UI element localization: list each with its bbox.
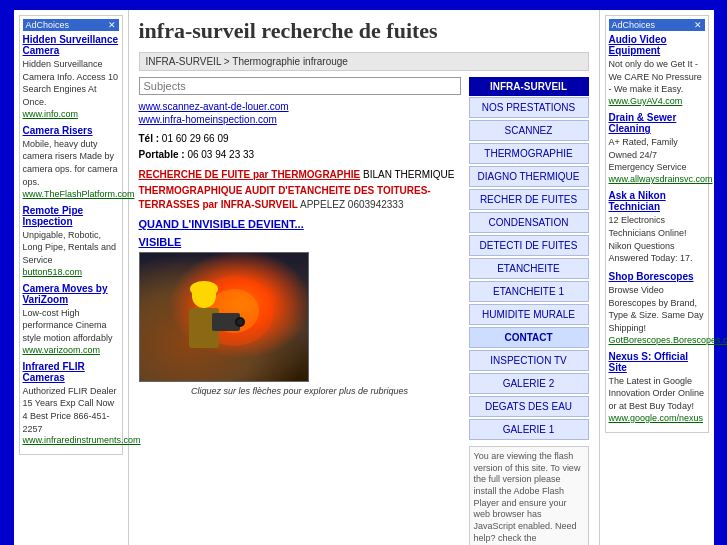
nav-item-etancheite-1[interactable]: ETANCHEITE 1: [469, 281, 589, 302]
portable-label: Portable :: [139, 149, 185, 160]
right-ad-text-0: Not only do we Get It - We CARE No Press…: [609, 59, 702, 94]
left-ad-text-3: Low-cost High performance Cinema style m…: [23, 308, 113, 343]
nav-item-scannez[interactable]: SCANNEZ: [469, 120, 589, 141]
left-ad-link-2[interactable]: button518.com: [23, 267, 119, 277]
left-ad-text-2: Unpigable, Robotic, Long Pipe, Rentals a…: [23, 230, 117, 265]
right-ad-link-3[interactable]: GotBorescopes.Borescopes.com: [609, 335, 705, 345]
left-ad-title-3[interactable]: Camera Moves by VariZoom: [23, 283, 119, 305]
thermo-desc: THERMOGRAPHIQUE AUDIT D'ETANCHEITE DES T…: [139, 184, 461, 212]
flash-notice: You are viewing the flash version of thi…: [469, 446, 589, 545]
nav-item-nos-prestations[interactable]: NOS PRESTATIONS: [469, 97, 589, 118]
left-ad-text-1: Mobile, heavy duty camera risers Made by…: [23, 139, 118, 187]
nav-item-etancheite[interactable]: ETANCHEITE: [469, 258, 589, 279]
left-ad-link-4[interactable]: www.infraredinstruments.com: [23, 435, 119, 445]
left-ad-item-0: Hidden Surveillance Camera Hidden Survei…: [23, 34, 119, 119]
left-ad-title-1[interactable]: Camera Risers: [23, 125, 119, 136]
right-ad-box: AdChoices ✕ Audio Video Equipment Not on…: [605, 15, 709, 433]
right-ad-text-4: The Latest in Google Innovation Order On…: [609, 376, 705, 411]
visible-text-line1: QUAND L'INVISIBLE DEVIENT...: [139, 218, 461, 230]
right-ad-link-4[interactable]: www.google.com/nexus: [609, 413, 705, 423]
left-ad-item-3: Camera Moves by VariZoom Low-cost High p…: [23, 283, 119, 355]
thermo-links: RECHERCHE DE FUITE par THERMOGRAPHIE BIL…: [139, 169, 461, 180]
content-area: www.scannez-avant-de-louer.com www.infra…: [139, 77, 589, 545]
left-ad-title-2[interactable]: Remote Pipe Inspection: [23, 205, 119, 227]
nav-item-detecti-de-fuites[interactable]: DETECTI DE FUITES: [469, 235, 589, 256]
left-ad-link-0[interactable]: www.info.com: [23, 109, 119, 119]
nav-item-degats-des-eau[interactable]: DEGATS DES EAU: [469, 396, 589, 417]
flash-image-svg: [154, 261, 294, 381]
right-nav: INFRA-SURVEIL NOS PRESTATIONSSCANNEZTHER…: [469, 77, 589, 545]
right-ad-title-0[interactable]: Audio Video Equipment: [609, 34, 705, 56]
visible-text-line2: VISIBLE: [139, 236, 461, 248]
left-ad-link-1[interactable]: www.TheFlashPlatform.com: [23, 189, 119, 199]
right-ad-choices-label: AdChoices: [612, 20, 656, 30]
page-title: infra-surveil recherche de fuites: [139, 18, 589, 44]
right-ad-text-2: 12 Electronics Technicians Online! Nikon…: [609, 215, 693, 263]
link-2[interactable]: www.infra-homeinspection.com: [139, 114, 461, 125]
left-ad-text-4: Authorized FLIR Dealer 15 Years Exp Call…: [23, 386, 117, 434]
tel-label: Tél :: [139, 133, 160, 144]
flash-image-inner: [140, 253, 308, 381]
svg-point-7: [237, 319, 243, 325]
nav-items-container: NOS PRESTATIONSSCANNEZTHERMOGRAPHIEDIAGN…: [469, 97, 589, 440]
right-ad-title-1[interactable]: Drain & Sewer Cleaning: [609, 112, 705, 134]
nav-item-inspection-tv[interactable]: INSPECTION TV: [469, 350, 589, 371]
breadcrumb: INFRA-SURVEIL > Thermographie infrarouge: [139, 52, 589, 71]
nav-item-condensation[interactable]: CONDENSATION: [469, 212, 589, 233]
right-ad-item-4: Nexus S: Official Site The Latest in Goo…: [609, 351, 705, 423]
right-ad-column: AdChoices ✕ Audio Video Equipment Not on…: [599, 10, 714, 545]
left-ad-title-4[interactable]: Infrared FLIR Cameras: [23, 361, 119, 383]
main-content: infra-surveil recherche de fuites INFRA-…: [129, 10, 599, 545]
right-ad-header: AdChoices ✕: [609, 19, 705, 31]
left-ad-item-4: Infrared FLIR Cameras Authorized FLIR De…: [23, 361, 119, 446]
nav-header: INFRA-SURVEIL: [469, 77, 589, 96]
left-ad-header: AdChoices ✕: [23, 19, 119, 31]
subject-input[interactable]: [139, 77, 461, 95]
tel-value: 01 60 29 66 09: [162, 133, 229, 144]
nav-item-thermographie[interactable]: THERMOGRAPHIE: [469, 143, 589, 164]
thermo-desc-append: APPELEZ 0603942333: [300, 199, 403, 210]
svg-point-4: [190, 281, 218, 297]
flash-notice-text: You are viewing the flash version of thi…: [474, 451, 581, 545]
flash-caption: Cliquez sur les flèches pour explorer pl…: [139, 386, 461, 396]
nav-item-recher-de-fuites[interactable]: RECHER DE FUITES: [469, 189, 589, 210]
right-ad-text-1: A+ Rated, Family Owned 24/7 Emergency Se…: [609, 137, 687, 172]
right-ad-title-4[interactable]: Nexus S: Official Site: [609, 351, 705, 373]
page-wrapper: AdChoices ✕ Hidden Surveillance Camera H…: [14, 10, 714, 545]
left-ad-items: Hidden Surveillance Camera Hidden Survei…: [23, 34, 119, 445]
breadcrumb-base: INFRA-SURVEIL: [146, 56, 222, 67]
nav-item-contact[interactable]: CONTACT: [469, 327, 589, 348]
right-ad-title-3[interactable]: Shop Borescopes: [609, 271, 705, 282]
left-ad-link-3[interactable]: www.varizoom.com: [23, 345, 119, 355]
portable-value: 06 03 94 23 33: [187, 149, 254, 160]
left-ad-close-icon[interactable]: ✕: [108, 20, 116, 30]
right-ad-item-0: Audio Video Equipment Not only do we Get…: [609, 34, 705, 106]
nav-item-humidite-murale[interactable]: HUMIDITE MURALE: [469, 304, 589, 325]
left-ad-text-0: Hidden Surveillance Camera Info. Access …: [23, 59, 119, 107]
link-1[interactable]: www.scannez-avant-de-louer.com: [139, 101, 461, 112]
breadcrumb-current: Thermographie infrarouge: [232, 56, 348, 67]
left-content-panel: www.scannez-avant-de-louer.com www.infra…: [139, 77, 461, 545]
right-ad-items: Audio Video Equipment Not only do we Get…: [609, 34, 705, 423]
link-list: www.scannez-avant-de-louer.com www.infra…: [139, 101, 461, 125]
left-ad-title-0[interactable]: Hidden Surveillance Camera: [23, 34, 119, 56]
right-ad-item-2: Ask a Nikon Technician 12 Electronics Te…: [609, 190, 705, 265]
left-ad-item-2: Remote Pipe Inspection Unpigable, Roboti…: [23, 205, 119, 277]
right-ad-link-1[interactable]: www.allwaysdrainsvc.com: [609, 174, 705, 184]
thermo-separator: BILAN THERMIQUE: [363, 169, 455, 180]
left-ad-choices-label: AdChoices: [26, 20, 70, 30]
right-ad-close-icon[interactable]: ✕: [694, 20, 702, 30]
right-ad-item-3: Shop Borescopes Browse Video Borescopes …: [609, 271, 705, 345]
right-ad-item-1: Drain & Sewer Cleaning A+ Rated, Family …: [609, 112, 705, 184]
right-ad-text-3: Browse Video Borescopes by Brand, Type &…: [609, 285, 704, 333]
contact-info: Tél : 01 60 29 66 09 Portable : 06 03 94…: [139, 131, 461, 163]
left-ad-column: AdChoices ✕ Hidden Surveillance Camera H…: [14, 10, 129, 545]
nav-item-galerie-2[interactable]: GALERIE 2: [469, 373, 589, 394]
right-ad-title-2[interactable]: Ask a Nikon Technician: [609, 190, 705, 212]
nav-item-galerie-1[interactable]: GALERIE 1: [469, 419, 589, 440]
thermo-link-1[interactable]: RECHERCHE DE FUITE par THERMOGRAPHIE: [139, 169, 361, 180]
right-ad-link-0[interactable]: www.GuyAV4.com: [609, 96, 705, 106]
left-ad-item-1: Camera Risers Mobile, heavy duty camera …: [23, 125, 119, 199]
left-ad-box: AdChoices ✕ Hidden Surveillance Camera H…: [19, 15, 123, 455]
nav-item-diagno-thermique[interactable]: DIAGNO THERMIQUE: [469, 166, 589, 187]
